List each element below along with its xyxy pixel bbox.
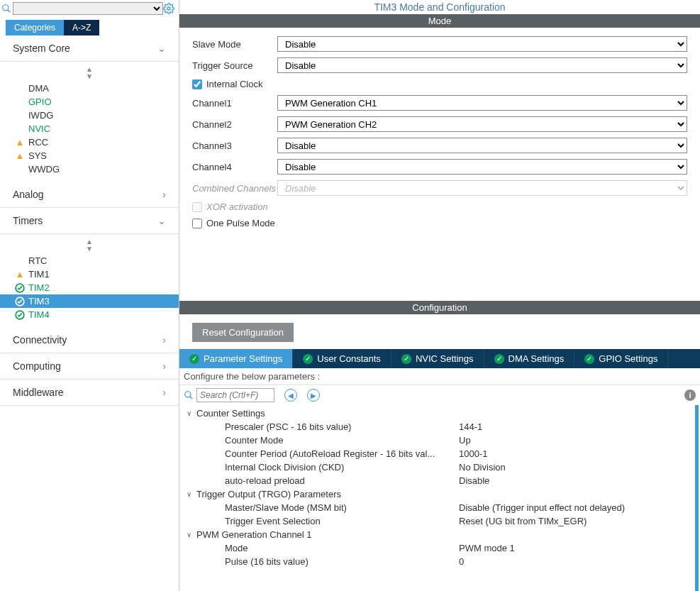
param-row[interactable]: Counter ModeUp	[187, 433, 700, 447]
param-value: 0	[459, 556, 464, 567]
tree-item-tim3[interactable]: TIM3	[0, 294, 179, 308]
warning-icon: ▲	[14, 150, 26, 161]
internal-clock-checkbox[interactable]	[192, 79, 202, 89]
param-toolbar: ◀ ▶ i	[179, 385, 700, 405]
gear-icon[interactable]	[163, 3, 174, 14]
config-tab-nvic-settings[interactable]: ✓NVIC Settings	[391, 349, 484, 368]
sort-handle-icon[interactable]: ▲▼	[0, 237, 179, 254]
internal-clock-row[interactable]: Internal Clock	[192, 79, 687, 89]
param-name: Master/Slave Mode (MSM bit)	[225, 502, 459, 513]
param-value: Up	[459, 435, 471, 446]
param-value: Disable	[459, 475, 489, 486]
tree-item-iwdg[interactable]: IWDG	[0, 109, 179, 122]
category-label: System Core	[13, 43, 70, 54]
tree-item-label: DMA	[28, 83, 49, 94]
param-row[interactable]: ModePWM mode 1	[187, 541, 700, 555]
param-row[interactable]: auto-reload preloadDisable	[187, 474, 700, 487]
config-tab-user-constants[interactable]: ✓User Constants	[293, 349, 391, 368]
param-search-input[interactable]	[196, 388, 274, 402]
channel3-label: Channel3	[192, 140, 277, 151]
config-tab-label: User Constants	[317, 353, 381, 364]
category-label: Timers	[13, 215, 43, 226]
tree-item-tim1[interactable]: ▲TIM1	[0, 267, 179, 281]
tree-item-label: TIM2	[28, 282, 50, 293]
param-row[interactable]: Pulse (16 bits value)0	[187, 555, 700, 568]
category-header-analog[interactable]: Analog›	[0, 182, 179, 208]
main-panel: TIM3 Mode and Configuration Mode Slave M…	[179, 0, 700, 591]
category-header-system-core[interactable]: System Core⌄	[0, 35, 179, 62]
tree-item-nvic[interactable]: NVIC	[0, 122, 179, 136]
chevron-down-icon: ∨	[187, 531, 196, 538]
tree-item-label: TIM1	[28, 269, 50, 280]
config-tab-gpio-settings[interactable]: ✓GPIO Settings	[574, 349, 668, 368]
param-value: No Division	[459, 462, 506, 473]
check-icon: ✓	[303, 354, 313, 364]
tree-item-gpio[interactable]: GPIO	[0, 95, 179, 109]
svg-line-1	[8, 10, 11, 13]
param-group-label: Counter Settings	[196, 408, 265, 419]
channel4-select[interactable]: Disable	[277, 159, 687, 175]
param-row[interactable]: Prescaler (PSC - 16 bits value)144-1	[187, 420, 700, 433]
tab-categories[interactable]: Categories	[6, 20, 64, 35]
svg-point-2	[167, 7, 170, 10]
tree-item-rcc[interactable]: ▲RCC	[0, 136, 179, 149]
slave-mode-label: Slave Mode	[192, 39, 277, 50]
config-tab-dma-settings[interactable]: ✓DMA Settings	[484, 349, 575, 368]
param-row[interactable]: Counter Period (AutoReload Register - 16…	[187, 447, 700, 460]
category-header-middleware[interactable]: Middleware›	[0, 380, 179, 406]
param-value: 144-1	[459, 421, 482, 432]
param-group-header[interactable]: ∨Counter Settings	[187, 407, 700, 420]
view-tabs: Categories A->Z	[0, 17, 179, 35]
channel3-select[interactable]: Disable	[277, 138, 687, 153]
check-icon: ✓	[401, 354, 411, 364]
sort-handle-icon[interactable]: ▲▼	[0, 65, 179, 82]
tree-item-label: IWDG	[28, 110, 53, 121]
one-pulse-row[interactable]: One Pulse Mode	[192, 218, 687, 228]
category-header-timers[interactable]: Timers⌄	[0, 208, 179, 234]
param-name: Prescaler (PSC - 16 bits value)	[225, 421, 459, 432]
tree-item-wwdg[interactable]: WWDG	[0, 162, 179, 176]
one-pulse-label: One Pulse Mode	[206, 218, 275, 228]
param-row[interactable]: Trigger Event SelectionReset (UG bit fro…	[187, 514, 700, 528]
info-icon[interactable]: i	[684, 390, 696, 401]
check-circle-icon	[14, 283, 26, 293]
param-name: Counter Period (AutoReload Register - 16…	[225, 448, 459, 459]
tree-item-tim4[interactable]: TIM4	[0, 308, 179, 321]
category-header-connectivity[interactable]: Connectivity›	[0, 327, 179, 353]
internal-clock-label: Internal Clock	[206, 79, 262, 89]
search-row	[0, 0, 179, 17]
categories-container: System Core⌄▲▼DMAGPIOIWDGNVIC▲RCC▲SYSWWD…	[0, 35, 179, 406]
channel1-select[interactable]: PWM Generation CH1	[277, 95, 687, 111]
config-tab-parameter-settings[interactable]: ✓Parameter Settings	[179, 349, 293, 368]
channel2-select[interactable]: PWM Generation CH2	[277, 116, 687, 132]
param-name: Internal Clock Division (CKD)	[225, 462, 459, 473]
one-pulse-checkbox[interactable]	[192, 219, 202, 228]
reset-config-button[interactable]: Reset Configuration	[192, 323, 294, 342]
check-circle-icon	[14, 297, 26, 306]
param-search-icon	[184, 390, 194, 400]
category-header-computing[interactable]: Computing›	[0, 353, 179, 380]
search-select[interactable]	[13, 2, 163, 15]
chevron-down-icon: ∨	[187, 409, 196, 417]
slave-mode-select[interactable]: Disable	[277, 36, 687, 52]
config-tab-label: NVIC Settings	[416, 353, 474, 364]
param-row[interactable]: Internal Clock Division (CKD)No Division	[187, 460, 700, 474]
tree-item-label: TIM3	[28, 296, 50, 306]
tree-item-dma[interactable]: DMA	[0, 82, 179, 95]
trigger-source-select[interactable]: Disable	[277, 57, 687, 73]
param-group-header[interactable]: ∨PWM Generation Channel 1	[187, 528, 700, 541]
param-row[interactable]: Master/Slave Mode (MSM bit)Disable (Trig…	[187, 501, 700, 514]
prev-result-button[interactable]: ◀	[284, 389, 297, 402]
param-group-header[interactable]: ∨Trigger Output (TRGO) Parameters	[187, 487, 700, 501]
tree-item-sys[interactable]: ▲SYS	[0, 149, 179, 162]
next-result-button[interactable]: ▶	[307, 389, 320, 402]
tab-az[interactable]: A->Z	[64, 20, 99, 35]
scrollbar-indicator[interactable]	[695, 405, 699, 591]
tree-item-rtc[interactable]: RTC	[0, 254, 179, 267]
channel1-label: Channel1	[192, 98, 277, 109]
category-label: Analog	[13, 189, 44, 200]
config-header: Configuration	[179, 301, 700, 314]
svg-point-6	[185, 392, 191, 397]
config-tabs: ✓Parameter Settings✓User Constants✓NVIC …	[179, 349, 700, 368]
tree-item-tim2[interactable]: TIM2	[0, 281, 179, 294]
